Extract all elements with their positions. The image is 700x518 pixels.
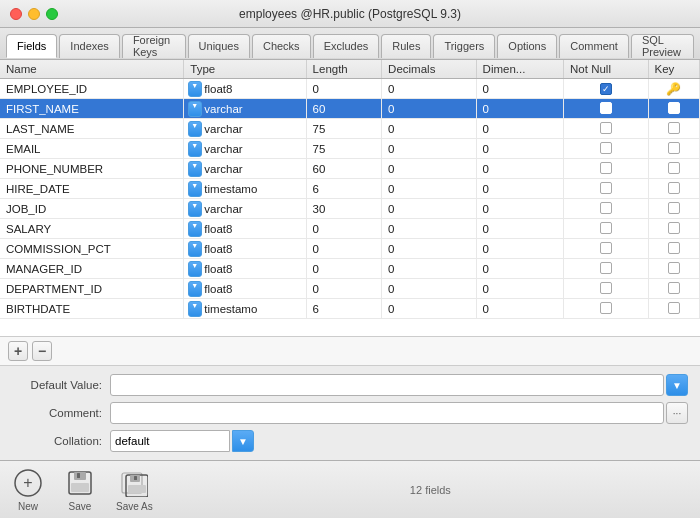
table-row[interactable]: EMAIL▼varchar7500 xyxy=(0,139,700,159)
cell-not-null[interactable] xyxy=(564,159,648,179)
key-checkbox[interactable] xyxy=(668,182,680,194)
key-checkbox[interactable] xyxy=(668,262,680,274)
default-value-input[interactable] xyxy=(110,374,664,396)
tab-options[interactable]: Options xyxy=(497,34,557,58)
cell-length: 30 xyxy=(306,199,382,219)
tab-indexes[interactable]: Indexes xyxy=(59,34,120,58)
key-checkbox[interactable] xyxy=(668,162,680,174)
save-button[interactable]: Save xyxy=(64,467,96,512)
cell-not-null[interactable] xyxy=(564,199,648,219)
cell-type[interactable]: ▼timestamo xyxy=(184,299,306,319)
type-dropdown-button[interactable]: ▼ xyxy=(188,301,202,317)
remove-row-button[interactable]: − xyxy=(32,341,52,361)
save-as-button[interactable]: Save As xyxy=(116,467,153,512)
cell-type[interactable]: ▼varchar xyxy=(184,99,306,119)
tab-rules[interactable]: Rules xyxy=(381,34,431,58)
not-null-checkbox[interactable] xyxy=(600,162,612,174)
cell-type[interactable]: ▼timestamo xyxy=(184,179,306,199)
cell-type[interactable]: ▼float8 xyxy=(184,259,306,279)
cell-type[interactable]: ▼float8 xyxy=(184,79,306,99)
not-null-checkbox[interactable] xyxy=(600,102,612,114)
not-null-checkbox[interactable] xyxy=(600,242,612,254)
not-null-checkbox[interactable] xyxy=(600,282,612,294)
collation-dropdown-button[interactable]: ▼ xyxy=(232,430,254,452)
table-row[interactable]: DEPARTMENT_ID▼float8000 xyxy=(0,279,700,299)
cell-not-null[interactable] xyxy=(564,219,648,239)
tab-triggers[interactable]: Triggers xyxy=(433,34,495,58)
cell-not-null[interactable] xyxy=(564,279,648,299)
cell-type[interactable]: ▼varchar xyxy=(184,139,306,159)
table-row[interactable]: LAST_NAME▼varchar7500 xyxy=(0,119,700,139)
table-row[interactable]: BIRTHDATE▼timestamo600 xyxy=(0,299,700,319)
tab-checks[interactable]: Checks xyxy=(252,34,311,58)
key-checkbox[interactable] xyxy=(668,222,680,234)
cell-type[interactable]: ▼float8 xyxy=(184,279,306,299)
type-dropdown-button[interactable]: ▼ xyxy=(188,121,202,137)
type-dropdown-button[interactable]: ▼ xyxy=(188,221,202,237)
tab-foreign-keys[interactable]: Foreign Keys xyxy=(122,34,186,58)
cell-type[interactable]: ▼varchar xyxy=(184,199,306,219)
type-dropdown-button[interactable]: ▼ xyxy=(188,261,202,277)
tab-fields[interactable]: Fields xyxy=(6,34,57,58)
key-checkbox[interactable] xyxy=(668,242,680,254)
footer: + New Save Save As 12 fields xyxy=(0,460,700,518)
cell-decimals: 0 xyxy=(382,79,476,99)
default-value-dropdown-button[interactable]: ▼ xyxy=(666,374,688,396)
key-checkbox[interactable] xyxy=(668,102,680,114)
not-null-checkbox[interactable] xyxy=(600,222,612,234)
not-null-checkbox[interactable] xyxy=(600,262,612,274)
type-dropdown-button[interactable]: ▼ xyxy=(188,161,202,177)
comment-expand-button[interactable]: ··· xyxy=(666,402,688,424)
table-row[interactable]: SALARY▼float8000 xyxy=(0,219,700,239)
table-row[interactable]: EMPLOYEE_ID▼float8000🔑 xyxy=(0,79,700,99)
cell-not-null[interactable] xyxy=(564,259,648,279)
cell-type[interactable]: ▼varchar xyxy=(184,119,306,139)
comment-input[interactable] xyxy=(110,402,664,424)
table-row[interactable]: PHONE_NUMBER▼varchar6000 xyxy=(0,159,700,179)
type-dropdown-button[interactable]: ▼ xyxy=(188,141,202,157)
type-dropdown-button[interactable]: ▼ xyxy=(188,201,202,217)
key-checkbox[interactable] xyxy=(668,202,680,214)
not-null-checkbox[interactable] xyxy=(600,182,612,194)
add-row-button[interactable]: + xyxy=(8,341,28,361)
cell-not-null[interactable] xyxy=(564,299,648,319)
tab-sql-preview[interactable]: SQL Preview xyxy=(631,34,694,58)
tab-excludes[interactable]: Excludes xyxy=(313,34,380,58)
minimize-button[interactable] xyxy=(28,8,40,20)
tab-uniques[interactable]: Uniques xyxy=(188,34,250,58)
table-row[interactable]: COMMISSION_PCT▼float8000 xyxy=(0,239,700,259)
cell-type[interactable]: ▼float8 xyxy=(184,219,306,239)
not-null-checkbox[interactable] xyxy=(600,202,612,214)
cell-not-null[interactable] xyxy=(564,99,648,119)
type-dropdown-button[interactable]: ▼ xyxy=(188,181,202,197)
not-null-checkbox[interactable] xyxy=(600,83,612,95)
table-row[interactable]: FIRST_NAME▼varchar6000 xyxy=(0,99,700,119)
not-null-checkbox[interactable] xyxy=(600,302,612,314)
key-checkbox[interactable] xyxy=(668,122,680,134)
not-null-checkbox[interactable] xyxy=(600,142,612,154)
key-checkbox[interactable] xyxy=(668,302,680,314)
cell-not-null[interactable] xyxy=(564,79,648,99)
type-dropdown-button[interactable]: ▼ xyxy=(188,241,202,257)
table-row[interactable]: HIRE_DATE▼timestamo600 xyxy=(0,179,700,199)
cell-not-null[interactable] xyxy=(564,239,648,259)
key-checkbox[interactable] xyxy=(668,142,680,154)
collation-input[interactable] xyxy=(110,430,230,452)
maximize-button[interactable] xyxy=(46,8,58,20)
cell-not-null[interactable] xyxy=(564,119,648,139)
type-dropdown-button[interactable]: ▼ xyxy=(188,81,202,97)
type-dropdown-button[interactable]: ▼ xyxy=(188,281,202,297)
key-checkbox[interactable] xyxy=(668,282,680,294)
table-row[interactable]: JOB_ID▼varchar3000 xyxy=(0,199,700,219)
tab-comment[interactable]: Comment xyxy=(559,34,629,58)
table-row[interactable]: MANAGER_ID▼float8000 xyxy=(0,259,700,279)
close-button[interactable] xyxy=(10,8,22,20)
cell-type[interactable]: ▼float8 xyxy=(184,239,306,259)
not-null-checkbox[interactable] xyxy=(600,122,612,134)
type-dropdown-button[interactable]: ▼ xyxy=(188,101,202,117)
new-button[interactable]: + New xyxy=(12,467,44,512)
cell-dimensions: 0 xyxy=(476,99,563,119)
cell-type[interactable]: ▼varchar xyxy=(184,159,306,179)
cell-not-null[interactable] xyxy=(564,139,648,159)
cell-not-null[interactable] xyxy=(564,179,648,199)
